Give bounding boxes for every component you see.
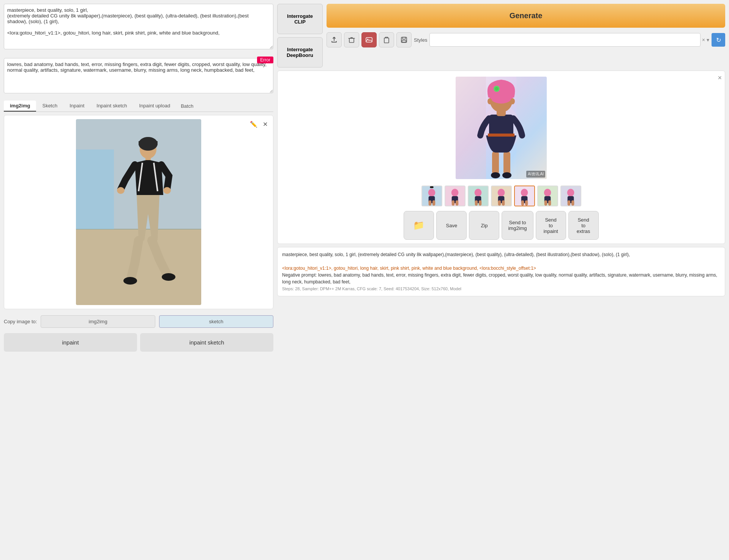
positive-prompt-input[interactable]: masterpiece, best quality, solo, 1 girl,… xyxy=(4,4,273,49)
toolbar-image-icon[interactable] xyxy=(361,32,377,47)
styles-clear-btn[interactable]: × xyxy=(702,37,705,43)
svg-point-53 xyxy=(497,189,505,196)
generate-section: Generate xyxy=(327,4,725,47)
svg-point-43 xyxy=(451,189,458,196)
toolbar-save-icon[interactable] xyxy=(396,32,412,47)
thumbnail-6[interactable] xyxy=(560,186,581,206)
svg-rect-51 xyxy=(478,200,481,206)
svg-rect-3 xyxy=(76,149,114,229)
dancer-figure xyxy=(76,119,201,305)
svg-rect-70 xyxy=(567,200,570,206)
svg-point-9 xyxy=(163,187,171,194)
save-btn[interactable]: Save xyxy=(436,211,467,240)
image-upload-controls: ✏️ ✕ xyxy=(248,119,269,129)
svg-point-37 xyxy=(428,189,435,196)
close-upload-btn[interactable]: ✕ xyxy=(261,119,269,129)
close-generated-btn[interactable]: × xyxy=(718,74,722,82)
copy-to-sketch-btn[interactable]: sketch xyxy=(159,315,273,328)
svg-rect-61 xyxy=(525,200,527,206)
inpaint-sketch-btn[interactable]: inpaint sketch xyxy=(140,333,273,352)
output-steps-info: Steps: 28, Sampler: DPM++ 2M Karras, CFG… xyxy=(282,286,461,291)
send-to-inpaint-btn[interactable]: Send to inpaint xyxy=(536,211,566,240)
styles-dropdown-btn[interactable]: ▾ xyxy=(707,37,709,43)
generated-image-main: AI资讯.AI xyxy=(281,75,721,181)
negative-prompt-area: Error lowres, bad anatomy, bad hands, te… xyxy=(4,57,273,94)
svg-rect-41 xyxy=(430,186,433,188)
interrogate-clip-btn[interactable]: Interrogate CLIP xyxy=(277,4,323,34)
tab-inpaint-upload[interactable]: Inpaint upload xyxy=(133,101,176,112)
watermark-badge: AI资讯.AI xyxy=(526,171,545,178)
svg-rect-45 xyxy=(451,200,454,206)
toolbar-row: Styles × ▾ ↻ xyxy=(327,32,725,47)
svg-rect-39 xyxy=(428,200,431,206)
uploaded-image-preview xyxy=(76,119,201,305)
svg-point-25 xyxy=(491,172,500,178)
tab-img2img[interactable]: img2img xyxy=(4,101,36,112)
thumbnail-2[interactable] xyxy=(468,186,489,206)
tab-inpaint[interactable]: Inpaint xyxy=(63,101,90,112)
output-negative-label: Negative prompt: xyxy=(282,272,317,278)
svg-point-48 xyxy=(474,189,481,196)
svg-rect-65 xyxy=(544,200,547,206)
thumbnail-3[interactable] xyxy=(491,186,512,206)
generate-btn[interactable]: Generate xyxy=(327,4,725,28)
svg-point-26 xyxy=(502,172,511,178)
thumbnail-0[interactable] xyxy=(421,186,442,206)
positive-prompt-area: masterpiece, best quality, solo, 1 girl,… xyxy=(4,4,273,50)
svg-point-68 xyxy=(567,189,574,196)
svg-point-35 xyxy=(510,98,515,104)
svg-rect-23 xyxy=(492,151,499,175)
svg-rect-56 xyxy=(502,200,504,206)
mode-tabs: img2img Sketch Inpaint Inpaint sketch In… xyxy=(4,101,273,112)
svg-point-63 xyxy=(544,189,551,196)
open-folder-btn[interactable]: 📁 xyxy=(404,211,434,240)
svg-rect-55 xyxy=(498,200,500,206)
svg-point-33 xyxy=(495,87,499,91)
anime-image: AI资讯.AI xyxy=(456,77,547,179)
svg-rect-40 xyxy=(432,200,435,206)
thumbnail-5[interactable] xyxy=(537,186,558,206)
svg-rect-46 xyxy=(455,200,458,206)
edit-icon-btn[interactable]: ✏️ xyxy=(248,119,259,129)
top-controls: Interrogate CLIP Interrogate DeepBooru G… xyxy=(277,4,725,68)
output-negative-prompt: lowres, bad anatomy, bad hands, text, er… xyxy=(282,272,717,285)
svg-rect-12 xyxy=(349,38,354,42)
copy-image-label: Copy image to: xyxy=(4,319,37,324)
action-buttons-row: 📁 Save Zip Send to img2img Send to inpai… xyxy=(281,211,721,240)
styles-control: × ▾ xyxy=(429,33,709,47)
svg-rect-28 xyxy=(488,134,514,137)
svg-rect-13 xyxy=(366,38,372,42)
error-badge: Error xyxy=(257,57,273,63)
styles-refresh-btn[interactable]: ↻ xyxy=(712,33,725,47)
svg-rect-24 xyxy=(503,151,510,175)
styles-label: Styles xyxy=(414,37,427,43)
output-lora-text: <lora:gotou_hitori_v1:1>, gotou_hitori, … xyxy=(282,266,536,271)
toolbar-clipboard-icon[interactable] xyxy=(379,32,394,47)
thumbnail-4[interactable] xyxy=(514,186,535,206)
svg-point-58 xyxy=(521,189,528,196)
bottom-action-row: inpaint inpaint sketch xyxy=(4,333,273,352)
toolbar-upload-icon[interactable] xyxy=(327,32,342,47)
tab-inpaint-sketch[interactable]: Inpaint sketch xyxy=(90,101,133,112)
svg-point-8 xyxy=(117,187,125,194)
output-prompt-section: masterpiece, best quality, solo, 1 girl,… xyxy=(277,247,725,296)
svg-rect-18 xyxy=(402,40,406,42)
tab-sketch[interactable]: Sketch xyxy=(36,101,63,112)
send-to-extras-btn[interactable]: Send to extras xyxy=(568,211,599,240)
zip-btn[interactable]: Zip xyxy=(469,211,499,240)
output-positive-prompt: masterpiece, best quality, solo, 1 girl,… xyxy=(282,252,630,257)
send-to-img2img-btn[interactable]: Send to img2img xyxy=(502,211,533,240)
svg-rect-60 xyxy=(521,200,524,206)
negative-prompt-input[interactable]: lowres, bad anatomy, bad hands, text, er… xyxy=(4,58,273,93)
svg-point-34 xyxy=(488,98,492,104)
thumbnail-1[interactable] xyxy=(445,186,465,206)
image-upload-area[interactable]: ✏️ ✕ xyxy=(4,115,273,309)
inpaint-btn[interactable]: inpaint xyxy=(4,333,137,352)
copy-to-img2img-btn[interactable]: img2img xyxy=(41,315,155,328)
svg-rect-71 xyxy=(571,200,574,206)
toolbar-trash-icon[interactable] xyxy=(344,32,359,47)
copy-image-row: Copy image to: img2img sketch xyxy=(4,315,273,328)
interrogate-deepbooru-btn[interactable]: Interrogate DeepBooru xyxy=(277,37,323,68)
styles-input[interactable] xyxy=(429,33,700,47)
tab-batch[interactable]: Batch xyxy=(181,103,193,109)
